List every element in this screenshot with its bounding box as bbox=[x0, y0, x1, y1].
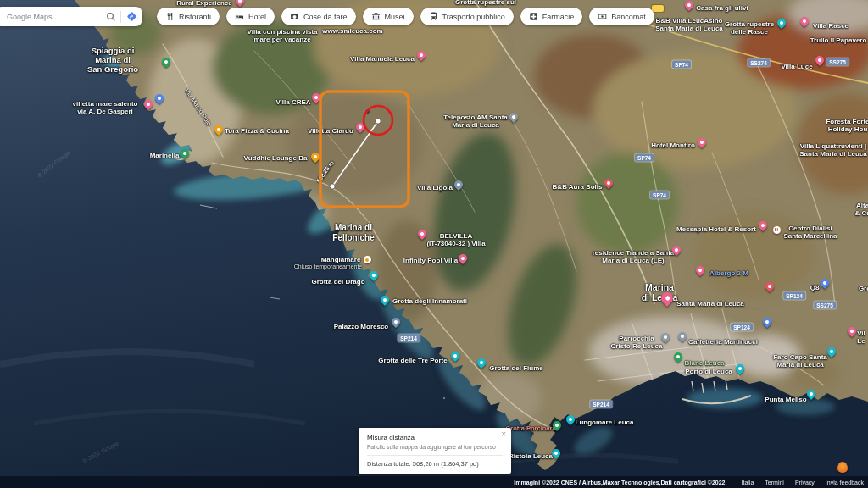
chip-ristoranti[interactable]: Ristoranti bbox=[157, 8, 220, 25]
measure-distance-dialog: × Misura distanza Fai clic sulla mappa d… bbox=[359, 428, 511, 474]
satellite-map-canvas[interactable] bbox=[0, 0, 868, 488]
chip-label: Farmacie bbox=[542, 13, 575, 21]
camera-icon bbox=[290, 12, 299, 21]
search-input[interactable] bbox=[0, 13, 102, 21]
attrib-bar: Immagini ©2022 CNES / Airbus,Maxar Techn… bbox=[0, 476, 868, 488]
search-button[interactable] bbox=[102, 12, 120, 22]
orange-map-icon[interactable] bbox=[837, 462, 848, 473]
map-attribution: Immagini ©2022 CNES / Airbus,Maxar Techn… bbox=[514, 480, 725, 485]
hotel-icon bbox=[235, 12, 244, 21]
bus-icon bbox=[429, 12, 438, 21]
close-icon[interactable]: × bbox=[501, 430, 506, 439]
chip-label: Trasporto pubblico bbox=[442, 13, 505, 21]
directions-button[interactable] bbox=[121, 10, 142, 23]
dialog-hint: Fai clic sulla mappa da aggiungere al tu… bbox=[367, 444, 503, 450]
footer-link-invia-feedback[interactable]: Invia feedback bbox=[826, 480, 864, 485]
search-icon bbox=[106, 12, 116, 22]
directions-icon bbox=[125, 10, 138, 23]
chip-farmacie[interactable]: Farmacie bbox=[520, 8, 583, 25]
footer-link-italia[interactable]: Italia bbox=[742, 480, 754, 485]
chip-label: Ristoranti bbox=[179, 13, 211, 21]
chip-hotel[interactable]: Hotel bbox=[226, 8, 275, 25]
museum-icon bbox=[371, 12, 381, 21]
chip-label: Musei bbox=[385, 13, 405, 21]
pharmacy-icon bbox=[529, 12, 538, 21]
chip-trasporto-pubblico[interactable]: Trasporto pubblico bbox=[420, 8, 514, 25]
google-maps-app: Rural ExperienceGrotta rupestre sulCasa … bbox=[0, 0, 868, 488]
atm-icon bbox=[598, 12, 607, 21]
chip-label: Cose da fare bbox=[303, 13, 348, 21]
dialog-total-distance: Distanza totale: 568,26 m (1.864,37 pd) bbox=[367, 455, 503, 468]
chip-cose-da-fare[interactable]: Cose da fare bbox=[281, 8, 356, 25]
footer-link-privacy[interactable]: Privacy bbox=[795, 480, 815, 485]
category-chips: Ristoranti Hotel Cose da fare Musei Tras… bbox=[157, 8, 654, 25]
dialog-title: Misura distanza bbox=[367, 434, 503, 441]
footer-link-termini[interactable]: Termini bbox=[765, 480, 784, 485]
chip-bancomat[interactable]: Bancomat bbox=[589, 8, 654, 25]
restaurant-icon bbox=[165, 12, 175, 21]
search-bar bbox=[0, 7, 142, 26]
chip-label: Bancomat bbox=[611, 13, 646, 21]
chip-label: Hotel bbox=[248, 13, 266, 21]
chip-musei[interactable]: Musei bbox=[363, 8, 414, 25]
